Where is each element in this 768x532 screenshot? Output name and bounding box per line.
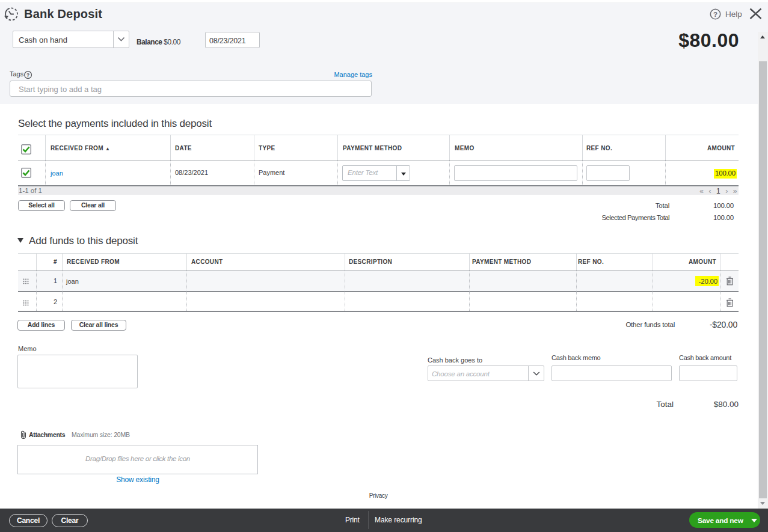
- svg-text:?: ?: [713, 11, 717, 18]
- svg-text:?: ?: [26, 72, 29, 78]
